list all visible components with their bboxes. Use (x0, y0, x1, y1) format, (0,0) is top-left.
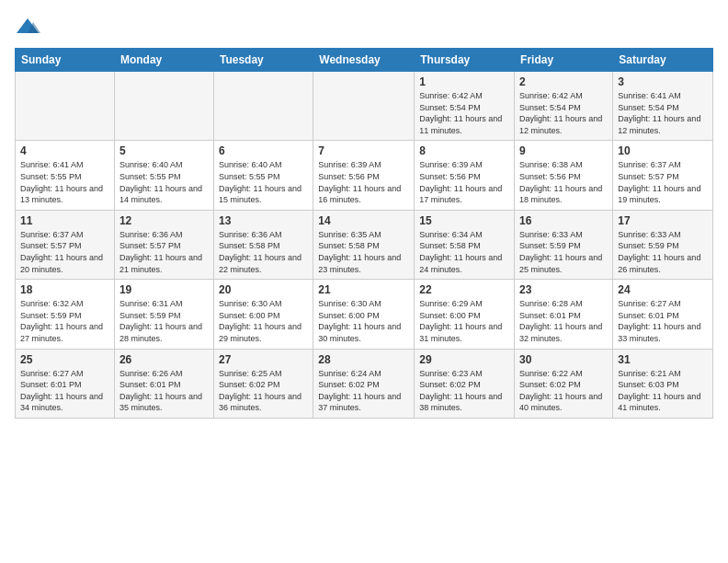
weekday-header-row: SundayMondayTuesdayWednesdayThursdayFrid… (16, 49, 713, 72)
day-info: Sunrise: 6:29 AM Sunset: 6:00 PM Dayligh… (419, 298, 509, 344)
day-info: Sunrise: 6:41 AM Sunset: 5:55 PM Dayligh… (20, 159, 109, 205)
logo (15, 15, 44, 40)
calendar-cell: 2Sunrise: 6:42 AM Sunset: 5:54 PM Daylig… (515, 72, 613, 141)
weekday-header-thursday: Thursday (415, 49, 515, 72)
day-info: Sunrise: 6:28 AM Sunset: 6:01 PM Dayligh… (519, 298, 608, 344)
calendar-table: SundayMondayTuesdayWednesdayThursdayFrid… (15, 48, 713, 419)
day-info: Sunrise: 6:38 AM Sunset: 5:56 PM Dayligh… (519, 159, 608, 205)
calendar-cell: 13Sunrise: 6:36 AM Sunset: 5:58 PM Dayli… (213, 210, 313, 279)
day-number: 11 (20, 214, 109, 227)
day-info: Sunrise: 6:35 AM Sunset: 5:58 PM Dayligh… (318, 229, 409, 275)
day-number: 12 (119, 214, 209, 227)
day-number: 17 (618, 214, 708, 227)
calendar-cell: 3Sunrise: 6:41 AM Sunset: 5:54 PM Daylig… (613, 72, 713, 141)
day-info: Sunrise: 6:39 AM Sunset: 5:56 PM Dayligh… (419, 159, 509, 205)
logo-icon (15, 15, 40, 40)
day-number: 25 (20, 353, 109, 366)
day-info: Sunrise: 6:33 AM Sunset: 5:59 PM Dayligh… (519, 229, 608, 275)
calendar-cell: 20Sunrise: 6:30 AM Sunset: 6:00 PM Dayli… (213, 280, 313, 349)
day-info: Sunrise: 6:25 AM Sunset: 6:02 PM Dayligh… (219, 368, 308, 414)
calendar-cell: 29Sunrise: 6:23 AM Sunset: 6:02 PM Dayli… (415, 349, 515, 418)
day-number: 8 (419, 144, 509, 157)
day-info: Sunrise: 6:23 AM Sunset: 6:02 PM Dayligh… (419, 368, 509, 414)
day-number: 9 (519, 144, 608, 157)
day-number: 23 (519, 283, 608, 296)
calendar-cell: 24Sunrise: 6:27 AM Sunset: 6:01 PM Dayli… (613, 280, 713, 349)
day-number: 5 (119, 144, 209, 157)
calendar-cell: 8Sunrise: 6:39 AM Sunset: 5:56 PM Daylig… (415, 141, 515, 210)
calendar-cell: 4Sunrise: 6:41 AM Sunset: 5:55 PM Daylig… (16, 141, 115, 210)
day-info: Sunrise: 6:21 AM Sunset: 6:03 PM Dayligh… (618, 368, 708, 414)
day-number: 7 (318, 144, 409, 157)
day-info: Sunrise: 6:41 AM Sunset: 5:54 PM Dayligh… (618, 90, 708, 136)
calendar-cell: 30Sunrise: 6:22 AM Sunset: 6:02 PM Dayli… (515, 349, 613, 418)
day-info: Sunrise: 6:27 AM Sunset: 6:01 PM Dayligh… (618, 298, 708, 344)
day-number: 22 (419, 283, 509, 296)
calendar-week-row: 18Sunrise: 6:32 AM Sunset: 5:59 PM Dayli… (16, 280, 713, 349)
calendar-cell: 18Sunrise: 6:32 AM Sunset: 5:59 PM Dayli… (16, 280, 115, 349)
day-info: Sunrise: 6:36 AM Sunset: 5:57 PM Dayligh… (119, 229, 209, 275)
day-number: 18 (20, 283, 109, 296)
day-info: Sunrise: 6:42 AM Sunset: 5:54 PM Dayligh… (419, 90, 509, 136)
day-number: 6 (219, 144, 308, 157)
weekday-header-wednesday: Wednesday (313, 49, 415, 72)
calendar-cell: 28Sunrise: 6:24 AM Sunset: 6:02 PM Dayli… (313, 349, 415, 418)
calendar-cell: 26Sunrise: 6:26 AM Sunset: 6:01 PM Dayli… (114, 349, 213, 418)
calendar-cell: 6Sunrise: 6:40 AM Sunset: 5:55 PM Daylig… (213, 141, 313, 210)
day-info: Sunrise: 6:26 AM Sunset: 6:01 PM Dayligh… (119, 368, 209, 414)
day-number: 21 (318, 283, 409, 296)
day-number: 10 (618, 144, 708, 157)
day-number: 15 (419, 214, 509, 227)
calendar-week-row: 25Sunrise: 6:27 AM Sunset: 6:01 PM Dayli… (16, 349, 713, 418)
day-number: 4 (20, 144, 109, 157)
calendar-cell (313, 72, 415, 141)
calendar-week-row: 1Sunrise: 6:42 AM Sunset: 5:54 PM Daylig… (16, 72, 713, 141)
day-number: 3 (618, 75, 708, 88)
day-number: 28 (318, 353, 409, 366)
day-number: 30 (519, 353, 608, 366)
calendar-cell: 27Sunrise: 6:25 AM Sunset: 6:02 PM Dayli… (213, 349, 313, 418)
day-info: Sunrise: 6:33 AM Sunset: 5:59 PM Dayligh… (618, 229, 708, 275)
calendar-cell: 19Sunrise: 6:31 AM Sunset: 5:59 PM Dayli… (114, 280, 213, 349)
weekday-header-tuesday: Tuesday (213, 49, 313, 72)
calendar-cell: 10Sunrise: 6:37 AM Sunset: 5:57 PM Dayli… (613, 141, 713, 210)
calendar-cell: 14Sunrise: 6:35 AM Sunset: 5:58 PM Dayli… (313, 210, 415, 279)
day-info: Sunrise: 6:36 AM Sunset: 5:58 PM Dayligh… (219, 229, 308, 275)
day-info: Sunrise: 6:22 AM Sunset: 6:02 PM Dayligh… (519, 368, 608, 414)
day-number: 29 (419, 353, 509, 366)
day-number: 24 (618, 283, 708, 296)
day-info: Sunrise: 6:40 AM Sunset: 5:55 PM Dayligh… (119, 159, 209, 205)
day-info: Sunrise: 6:30 AM Sunset: 6:00 PM Dayligh… (219, 298, 308, 344)
day-number: 20 (219, 283, 308, 296)
day-info: Sunrise: 6:31 AM Sunset: 5:59 PM Dayligh… (119, 298, 209, 344)
calendar-cell: 11Sunrise: 6:37 AM Sunset: 5:57 PM Dayli… (16, 210, 115, 279)
day-info: Sunrise: 6:39 AM Sunset: 5:56 PM Dayligh… (318, 159, 409, 205)
calendar-cell: 16Sunrise: 6:33 AM Sunset: 5:59 PM Dayli… (515, 210, 613, 279)
calendar-cell: 7Sunrise: 6:39 AM Sunset: 5:56 PM Daylig… (313, 141, 415, 210)
day-number: 26 (119, 353, 209, 366)
day-number: 31 (618, 353, 708, 366)
calendar-cell: 17Sunrise: 6:33 AM Sunset: 5:59 PM Dayli… (613, 210, 713, 279)
day-number: 14 (318, 214, 409, 227)
calendar-cell: 25Sunrise: 6:27 AM Sunset: 6:01 PM Dayli… (16, 349, 115, 418)
weekday-header-saturday: Saturday (613, 49, 713, 72)
day-number: 16 (519, 214, 608, 227)
day-info: Sunrise: 6:24 AM Sunset: 6:02 PM Dayligh… (318, 368, 409, 414)
day-info: Sunrise: 6:30 AM Sunset: 6:00 PM Dayligh… (318, 298, 409, 344)
calendar-cell (114, 72, 213, 141)
day-info: Sunrise: 6:34 AM Sunset: 5:58 PM Dayligh… (419, 229, 509, 275)
day-info: Sunrise: 6:32 AM Sunset: 5:59 PM Dayligh… (20, 298, 109, 344)
day-number: 19 (119, 283, 209, 296)
day-info: Sunrise: 6:42 AM Sunset: 5:54 PM Dayligh… (519, 90, 608, 136)
calendar-cell: 23Sunrise: 6:28 AM Sunset: 6:01 PM Dayli… (515, 280, 613, 349)
calendar-cell: 5Sunrise: 6:40 AM Sunset: 5:55 PM Daylig… (114, 141, 213, 210)
day-number: 13 (219, 214, 308, 227)
weekday-header-monday: Monday (114, 49, 213, 72)
calendar-cell: 12Sunrise: 6:36 AM Sunset: 5:57 PM Dayli… (114, 210, 213, 279)
calendar-week-row: 11Sunrise: 6:37 AM Sunset: 5:57 PM Dayli… (16, 210, 713, 279)
calendar-header (15, 15, 713, 40)
calendar-cell: 31Sunrise: 6:21 AM Sunset: 6:03 PM Dayli… (613, 349, 713, 418)
calendar-cell: 15Sunrise: 6:34 AM Sunset: 5:58 PM Dayli… (415, 210, 515, 279)
day-info: Sunrise: 6:40 AM Sunset: 5:55 PM Dayligh… (219, 159, 308, 205)
day-number: 2 (519, 75, 608, 88)
